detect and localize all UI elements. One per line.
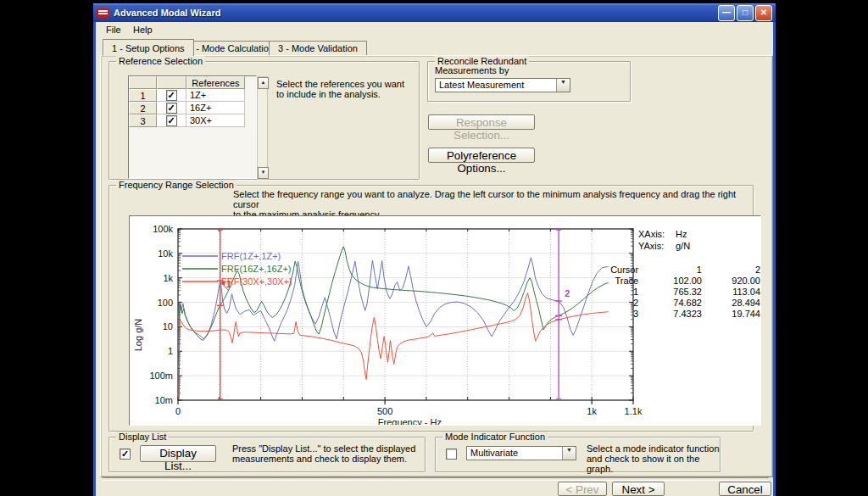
cursor-table-row: 274.68228.494 [585,297,760,308]
title-bar[interactable]: Advanced Modal Wizard ― □ ✕ [93,3,776,22]
minimize-button[interactable]: ― [718,5,735,21]
cursor-value: 1 [638,264,702,275]
axis-info: XAxis:Hz YAxis:g/N [638,228,690,252]
svg-text:10: 10 [163,321,173,332]
table-row: 1✓1Z+ [129,89,256,102]
cursor-value: 920.00 [702,275,760,286]
cursor-value: 2 [702,264,760,275]
response-selection-button[interactable]: Response Selection... [428,114,535,130]
cursor-value: 19.744 [702,308,760,319]
app-icon [97,8,109,18]
xaxis-label: XAxis: [638,228,676,240]
next-button[interactable]: Next > [612,482,665,496]
row-checkbox-cell[interactable]: ✓ [157,114,186,127]
table-row: 3✓30X+ [129,114,256,127]
cursor-value: Cursor [585,264,638,275]
tab-mode-validation[interactable]: 3 - Mode Validation [269,41,367,55]
maximize-button[interactable]: □ [737,5,754,21]
tab-setup-options[interactable]: 1 - Setup Options [103,39,194,56]
reference-name: 1Z+ [186,89,245,102]
svg-text:1k: 1k [163,273,173,283]
row-number: 2 [129,102,157,114]
header-references: References [186,76,245,89]
window-title: Advanced Modal Wizard [114,8,716,18]
reference-name: 16Z+ [186,102,245,114]
mode-indicator-dropdown[interactable]: Multivariate ▼ [466,446,576,460]
svg-text:Frequency - Hz: Frequency - Hz [378,417,442,425]
polyreference-options-button[interactable]: Polyreference Options... [428,148,535,163]
prev-button[interactable]: < Prev [558,482,607,496]
table-header-row: References [129,76,256,89]
cursor-table-header: Cursor12 [585,264,760,275]
svg-text:10m: 10m [155,395,173,405]
cursor-value: 74.682 [638,297,702,308]
mode-indicator-checkbox[interactable] [446,449,457,460]
scroll-up-icon[interactable]: ▲ [258,77,269,89]
frf-chart[interactable]: 10m100m1101001k10k100k05001k1.1kFrequenc… [129,215,761,426]
svg-text:Log g/N: Log g/N [133,319,143,352]
scroll-down-icon[interactable]: ▼ [258,167,269,179]
reference-selection-group: Reference Selection References 1✓1Z+2✓16… [108,61,420,180]
menu-file[interactable]: File [101,24,126,38]
svg-text:0: 0 [175,406,181,416]
reference-name: 30X+ [186,114,245,127]
row-number: 1 [129,89,157,102]
svg-text:100: 100 [158,298,173,308]
cancel-button[interactable]: Cancel [719,482,771,496]
svg-text:10k: 10k [158,248,173,259]
reference-selection-title: Reference Selection [116,56,205,66]
cursor-values-table: Cursor12Trace102.00920.001765.32113.0427… [585,264,760,319]
svg-text:500: 500 [377,406,392,416]
row-checkbox-cell[interactable]: ✓ [157,89,186,102]
checkbox-icon: ✓ [166,90,177,101]
cursor-value: 7.4323 [638,308,702,319]
cursor-table-row: Trace102.00920.00 [585,275,760,286]
row-checkbox-cell[interactable]: ✓ [157,102,186,114]
display-list-button[interactable]: Display List... [140,445,216,462]
reconcile-dropdown[interactable]: Latest Measurement ▼ [435,78,570,92]
chevron-down-icon[interactable]: ▼ [556,79,570,92]
mode-indicator-title: Mode Indicator Function [442,432,548,442]
cursor-value: 765.32 [638,286,702,297]
yaxis-unit: g/N [676,241,690,251]
screen: Advanced Modal Wizard ― □ ✕ File Help 1 … [0,0,868,496]
cursor-value: 113.04 [702,286,760,297]
table-row: 2✓16Z+ [129,102,256,114]
svg-text:FRF(16Z+,16Z+): FRF(16Z+,16Z+) [221,264,292,274]
header-checkbox-col [157,76,186,89]
display-list-description: Press "Display List..." to select the di… [232,443,415,464]
svg-text:1: 1 [226,279,231,289]
table-body: 1✓1Z+2✓16Z+3✓30X+ [129,89,256,127]
advanced-modal-wizard-window: Advanced Modal Wizard ― □ ✕ File Help 1 … [93,3,776,496]
table-scrollbar[interactable]: ▲ ▼ [257,76,268,180]
reconcile-group: Reconcile Redundant Measurements by Late… [427,61,631,102]
tab-mode-calculation[interactable]: 2 - Mode Calculation [179,41,283,55]
yaxis-label: YAxis: [638,240,676,252]
menu-help[interactable]: Help [128,24,158,38]
display-list-group: Display List ✓ Display List... Press "Di… [108,437,426,472]
cursor-value: 1 [585,286,638,297]
svg-text:1: 1 [168,346,173,356]
cursor-table-row: 37.432319.744 [585,308,760,319]
svg-text:FRF(30X+,30X+): FRF(30X+,30X+) [221,276,292,287]
series-FRF(30X+,30X+) [179,293,609,398]
references-table: References 1✓1Z+2✓16Z+3✓30X+ ▲ ▼ [128,75,257,179]
display-list-checkbox[interactable]: ✓ [120,449,131,460]
svg-text:1k: 1k [587,406,597,416]
frequency-range-title: Frequency Range Selection [116,180,236,190]
svg-text:FRF(1Z+,1Z+): FRF(1Z+,1Z+) [221,251,281,261]
reference-description: Select the references you want to includ… [276,79,404,99]
divider [103,477,769,481]
cursor-value: 2 [585,297,638,308]
cursor-value: 102.00 [638,275,702,286]
mode-indicator-value: Multivariate [470,448,561,458]
mode-indicator-description: Select a mode indicator function and che… [587,443,720,474]
close-button[interactable]: ✕ [755,5,772,21]
xaxis-unit: Hz [676,229,687,239]
reconcile-subtitle: Measurements by [435,65,509,75]
svg-text:100k: 100k [153,224,173,234]
chevron-down-icon[interactable]: ▼ [562,447,576,460]
header-corner [129,76,157,89]
svg-text:1.1k: 1.1k [625,406,643,416]
svg-text:2: 2 [565,288,570,298]
